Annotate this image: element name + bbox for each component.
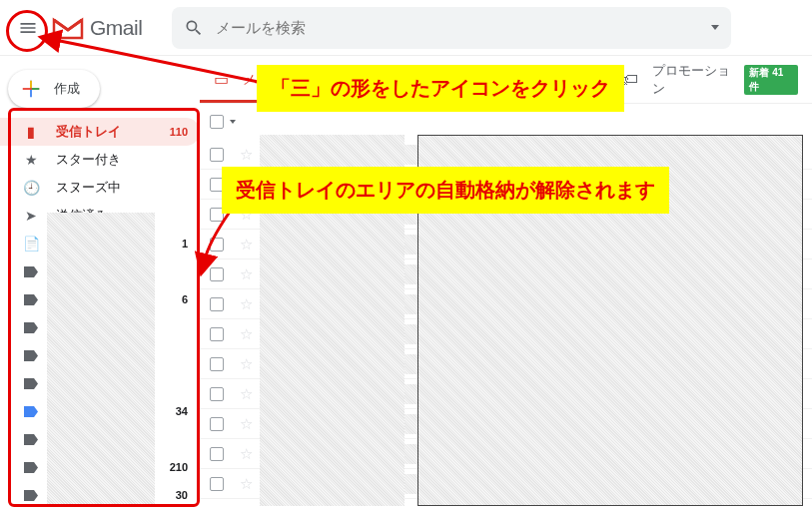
- sidebar-item-label: スター付き: [56, 151, 188, 169]
- star-icon: ★: [22, 152, 40, 168]
- main-menu-button[interactable]: [8, 8, 48, 48]
- row-checkbox[interactable]: [210, 148, 224, 162]
- app-header: Gmail: [0, 0, 812, 56]
- compose-label: 作成: [54, 80, 80, 98]
- sidebar-item-star[interactable]: ★ スター付き: [0, 146, 200, 174]
- sidebar-label-count: 6: [182, 293, 188, 305]
- gmail-icon: [52, 16, 84, 40]
- star-icon[interactable]: ☆: [240, 325, 253, 343]
- label-icon: [22, 490, 40, 501]
- select-dropdown[interactable]: [230, 120, 236, 124]
- label-icon: [22, 378, 40, 389]
- sidebar-item-snooze[interactable]: 🕘 スヌーズ中: [0, 174, 200, 202]
- label-icon: [22, 462, 40, 473]
- sidebar-item-count: 110: [170, 126, 188, 138]
- row-checkbox[interactable]: [210, 477, 224, 491]
- star-icon[interactable]: ☆: [240, 475, 253, 493]
- star-icon[interactable]: ☆: [240, 415, 253, 433]
- row-checkbox[interactable]: [210, 297, 224, 311]
- row-checkbox[interactable]: [210, 357, 224, 371]
- star-icon[interactable]: ☆: [240, 295, 253, 313]
- row-checkbox[interactable]: [210, 447, 224, 461]
- tab-icon: ▭: [214, 70, 229, 89]
- label-icon: [22, 266, 40, 277]
- star-icon[interactable]: ☆: [240, 146, 253, 164]
- search-icon: [184, 18, 204, 38]
- sent-icon: ➤: [22, 208, 40, 224]
- gmail-logo-text: Gmail: [90, 16, 142, 40]
- row-checkbox[interactable]: [210, 238, 224, 252]
- label-icon: [22, 434, 40, 445]
- row-checkbox[interactable]: [210, 267, 224, 281]
- plus-icon: [20, 78, 42, 100]
- star-icon[interactable]: ☆: [240, 355, 253, 373]
- tab-icon: 🏷: [622, 71, 638, 89]
- row-checkbox[interactable]: [210, 417, 224, 431]
- compose-button[interactable]: 作成: [8, 70, 100, 108]
- gmail-logo[interactable]: Gmail: [52, 16, 142, 40]
- snooze-icon: 🕘: [22, 180, 40, 196]
- tab-2[interactable]: 🏷 プロモーション新着 41 件: [608, 56, 812, 103]
- search-input[interactable]: [216, 19, 703, 36]
- draft-icon: 📄: [22, 236, 40, 252]
- hamburger-icon: [18, 18, 38, 38]
- annotation-callout-1: 「三」の形をしたアイコンをクリック: [257, 65, 624, 112]
- tab-label: プロモーション: [652, 62, 737, 98]
- search-options-dropdown[interactable]: [711, 25, 719, 30]
- sidebar-item-label: スヌーズ中: [56, 179, 188, 197]
- sidebar-label-count: 34: [176, 405, 188, 417]
- label-icon: [22, 322, 40, 333]
- redacted-area: [47, 213, 155, 504]
- inbox-icon: ▮: [22, 124, 40, 140]
- search-bar[interactable]: [172, 7, 731, 49]
- sidebar-item-label: 受信トレイ: [56, 123, 170, 141]
- row-checkbox[interactable]: [210, 327, 224, 341]
- annotation-callout-2: 受信トレイのエリアの自動格納が解除されます: [222, 167, 669, 214]
- row-checkbox[interactable]: [210, 387, 224, 401]
- star-icon[interactable]: ☆: [240, 265, 253, 283]
- star-icon[interactable]: ☆: [240, 385, 253, 403]
- label-icon: [22, 294, 40, 305]
- star-icon[interactable]: ☆: [240, 236, 253, 254]
- label-icon: [22, 406, 40, 417]
- label-icon: [22, 350, 40, 361]
- tab-badge: 新着 41 件: [744, 65, 798, 95]
- sidebar-label-count: 210: [170, 461, 188, 473]
- sidebar-item-count: 1: [182, 238, 188, 250]
- sidebar-item-inbox[interactable]: ▮ 受信トレイ 110: [0, 118, 200, 146]
- star-icon[interactable]: ☆: [240, 445, 253, 463]
- sidebar-label-count: 30: [176, 489, 188, 501]
- select-all-checkbox[interactable]: [210, 115, 224, 129]
